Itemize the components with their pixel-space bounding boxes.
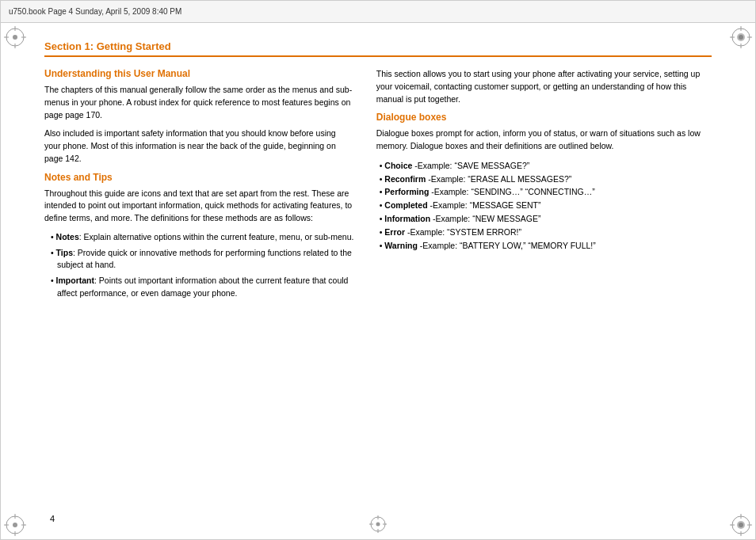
corner-mark-tr — [730, 26, 752, 48]
term-performing: Performing — [384, 187, 429, 196]
svg-point-1 — [13, 35, 17, 40]
notes-tips-heading: Notes and Tips — [44, 172, 354, 183]
notes-tips-list: Notes: Explain alternative options withi… — [48, 231, 354, 300]
right-column: This section allows you to start using y… — [376, 68, 712, 496]
notes-text: : Explain alternative options within the… — [79, 232, 354, 241]
choice-text: -Example: “SAVE MESSAGE?” — [412, 161, 529, 170]
dialogue-choice: Choice -Example: “SAVE MESSAGE?” — [376, 159, 712, 173]
bullet-important: Important: Points out important informat… — [48, 275, 354, 300]
page-number: 4 — [50, 514, 55, 523]
svg-point-14 — [13, 523, 17, 527]
term-completed: Completed — [384, 200, 427, 210]
dialogue-para: Dialogue boxes prompt for action, inform… — [376, 127, 712, 153]
content-area: Section 1: Getting Started Understanding… — [44, 40, 712, 496]
reconfirm-text: -Example: “ERASE ALL MESSAGES?” — [426, 174, 571, 184]
term-tips: Tips — [56, 248, 73, 257]
section-title: Section 1: Getting Started — [44, 40, 712, 57]
understanding-para2: Also included is important safety inform… — [44, 127, 354, 165]
information-text: -Example: “NEW MESSAGE” — [430, 214, 540, 223]
svg-point-8 — [739, 35, 743, 40]
term-error: Error — [384, 227, 405, 237]
page-container: u750.book Page 4 Sunday, April 5, 2009 8… — [0, 0, 756, 540]
corner-mark-bl — [4, 514, 26, 536]
term-notes: Notes — [56, 232, 79, 241]
term-reconfirm: Reconfirm — [384, 174, 426, 184]
tips-text: : Provide quick or innovative methods fo… — [57, 248, 352, 270]
corner-mark-tl — [4, 26, 26, 48]
completed-text: -Example: “MESSAGE SENT” — [428, 200, 541, 210]
understanding-para1: The chapters of this manual generally fo… — [44, 84, 354, 121]
dialogue-completed: Completed -Example: “MESSAGE SENT” — [376, 199, 712, 212]
svg-point-27 — [376, 523, 380, 527]
center-bottom-mark — [369, 515, 387, 533]
important-text: : Points out important information about… — [57, 276, 348, 298]
term-warning: Warning — [384, 241, 418, 250]
term-choice: Choice — [384, 161, 412, 170]
dialogue-heading: Dialogue boxes — [376, 112, 712, 123]
right-intro: This section allows you to start using y… — [376, 68, 712, 105]
header-text: u750.book Page 4 Sunday, April 5, 2009 8… — [9, 7, 181, 16]
dialogue-performing: Performing -Example: “SENDING…” “CONNECT… — [376, 185, 712, 199]
term-information: Information — [384, 214, 430, 223]
header-bar: u750.book Page 4 Sunday, April 5, 2009 8… — [1, 1, 755, 23]
understanding-heading: Understanding this User Manual — [44, 68, 354, 79]
bullet-notes: Notes: Explain alternative options withi… — [48, 231, 354, 244]
performing-text: -Example: “SENDING…” “CONNECTING…” — [429, 187, 594, 196]
term-important: Important — [56, 276, 94, 285]
notes-tips-para: Throughout this guide are icons and text… — [44, 188, 354, 225]
dialogue-information: Information -Example: “NEW MESSAGE” — [376, 212, 712, 226]
dialogue-warning: Warning -Example: “BATTERY LOW,” “MEMORY… — [376, 239, 712, 253]
left-column: Understanding this User Manual The chapt… — [44, 68, 354, 496]
error-text: -Example: “SYSTEM ERROR!” — [405, 227, 521, 237]
warning-text: -Example: “BATTERY LOW,” “MEMORY FULL!” — [418, 241, 596, 250]
two-columns: Understanding this User Manual The chapt… — [44, 68, 712, 496]
dialogue-error: Error -Example: “SYSTEM ERROR!” — [376, 226, 712, 239]
bullet-tips: Tips: Provide quick or innovative method… — [48, 247, 354, 272]
dialogue-list: Choice -Example: “SAVE MESSAGE?” Reconfi… — [376, 159, 712, 253]
dialogue-reconfirm: Reconfirm -Example: “ERASE ALL MESSAGES?… — [376, 173, 712, 186]
svg-point-21 — [739, 523, 743, 527]
corner-mark-br — [730, 514, 752, 536]
